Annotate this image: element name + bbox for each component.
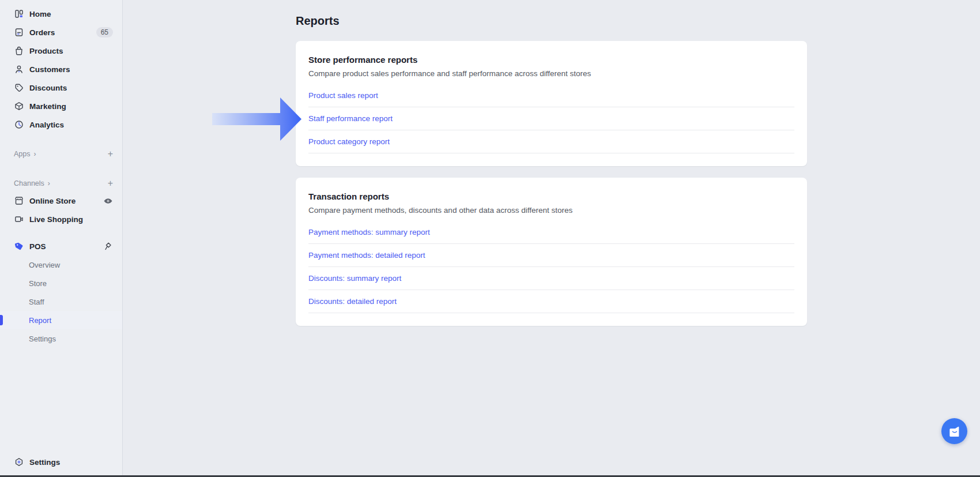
sidebar-item-online-store[interactable]: Online Store <box>0 191 122 210</box>
subitem-label: Staff <box>29 298 44 306</box>
discounts-icon <box>14 83 24 93</box>
sidebar-item-discounts[interactable]: Discounts <box>0 78 122 97</box>
sidebar-item-customers[interactable]: Customers <box>0 60 122 78</box>
add-channel-icon[interactable]: + <box>108 179 113 188</box>
report-link-row: Product sales report <box>308 84 794 107</box>
discounts-detailed-report-link[interactable]: Discounts: detailed report <box>308 297 397 306</box>
sidebar-item-label: Online Store <box>29 197 103 205</box>
pos-icon <box>14 242 24 251</box>
customers-icon <box>14 65 24 74</box>
chevron-right-icon: › <box>34 150 36 158</box>
sidebar-item-label: Orders <box>29 28 96 37</box>
sidebar-section-apps[interactable]: Apps › + <box>0 146 122 162</box>
report-link-row: Payment methods: detailed report <box>308 244 794 267</box>
sidebar-item-label: Products <box>29 47 113 55</box>
page-title: Reports <box>296 14 807 28</box>
main-content: Reports Store performance reports Compar… <box>123 0 980 477</box>
sidebar-item-orders[interactable]: Orders 65 <box>0 23 122 42</box>
sidebar-subitem-staff[interactable]: Staff <box>0 292 122 311</box>
sidebar: Home Orders 65 Products Customers Discou… <box>0 0 123 477</box>
sidebar-item-products[interactable]: Products <box>0 42 122 60</box>
pin-icon[interactable] <box>104 242 113 251</box>
card-title: Store performance reports <box>308 55 794 65</box>
marketing-icon <box>14 102 24 111</box>
sidebar-item-settings[interactable]: Settings <box>0 453 122 471</box>
sidebar-item-label: Discounts <box>29 84 113 92</box>
subitem-label: Report <box>29 316 51 325</box>
sidebar-item-analytics[interactable]: Analytics <box>0 115 122 134</box>
payment-methods-summary-report-link[interactable]: Payment methods: summary report <box>308 228 430 236</box>
subitem-label: Overview <box>29 261 60 269</box>
chat-bubble-icon <box>948 425 961 438</box>
section-label: Channels <box>14 179 44 187</box>
chevron-right-icon: › <box>48 179 50 187</box>
transaction-reports-card: Transaction reports Compare payment meth… <box>296 178 807 326</box>
orders-count-badge: 65 <box>96 27 113 37</box>
live-shopping-icon <box>14 215 24 224</box>
sidebar-item-label: Home <box>29 10 113 18</box>
sidebar-item-label: Analytics <box>29 121 113 129</box>
sidebar-item-home[interactable]: Home <box>0 5 122 23</box>
discounts-summary-report-link[interactable]: Discounts: summary report <box>308 274 401 283</box>
card-description: Compare product sales performance and st… <box>308 69 794 78</box>
sidebar-item-label: Customers <box>29 65 113 74</box>
sidebar-item-marketing[interactable]: Marketing <box>0 97 122 115</box>
report-link-row: Staff performance report <box>308 107 794 130</box>
subitem-label: Settings <box>29 335 56 343</box>
sidebar-subitem-report[interactable]: Report <box>0 311 122 329</box>
sidebar-item-label: Live Shopping <box>29 215 113 224</box>
store-performance-reports-card: Store performance reports Compare produc… <box>296 41 807 166</box>
subitem-label: Store <box>29 279 47 288</box>
sidebar-subitem-overview[interactable]: Overview <box>0 256 122 274</box>
sidebar-item-label: Settings <box>29 458 113 467</box>
report-link-row: Payment methods: summary report <box>308 221 794 244</box>
report-link-row: Discounts: summary report <box>308 267 794 290</box>
gear-icon <box>14 457 24 467</box>
sidebar-item-label: Marketing <box>29 102 113 111</box>
analytics-icon <box>14 120 24 130</box>
sidebar-subitem-store[interactable]: Store <box>0 274 122 292</box>
online-store-icon <box>14 196 24 206</box>
home-icon <box>14 9 24 19</box>
staff-performance-report-link[interactable]: Staff performance report <box>308 114 393 123</box>
card-description: Compare payment methods, discounts and o… <box>308 205 794 215</box>
product-sales-report-link[interactable]: Product sales report <box>308 91 378 100</box>
report-link-row: Discounts: detailed report <box>308 290 794 313</box>
add-app-icon[interactable]: + <box>108 149 113 159</box>
orders-icon <box>14 28 24 37</box>
section-label: Apps <box>14 150 31 158</box>
eye-icon[interactable] <box>103 196 113 206</box>
report-link-row: Product category report <box>308 130 794 153</box>
sidebar-item-pos[interactable]: POS <box>0 237 122 256</box>
sidebar-item-live-shopping[interactable]: Live Shopping <box>0 210 122 228</box>
sidebar-item-label: POS <box>29 242 104 251</box>
chat-launcher-button[interactable] <box>941 418 967 444</box>
sidebar-subitem-settings[interactable]: Settings <box>0 329 122 348</box>
card-title: Transaction reports <box>308 191 794 202</box>
payment-methods-detailed-report-link[interactable]: Payment methods: detailed report <box>308 251 425 260</box>
product-category-report-link[interactable]: Product category report <box>308 137 390 146</box>
products-icon <box>14 46 24 56</box>
active-indicator <box>0 315 3 325</box>
sidebar-section-channels[interactable]: Channels › + <box>0 175 122 191</box>
